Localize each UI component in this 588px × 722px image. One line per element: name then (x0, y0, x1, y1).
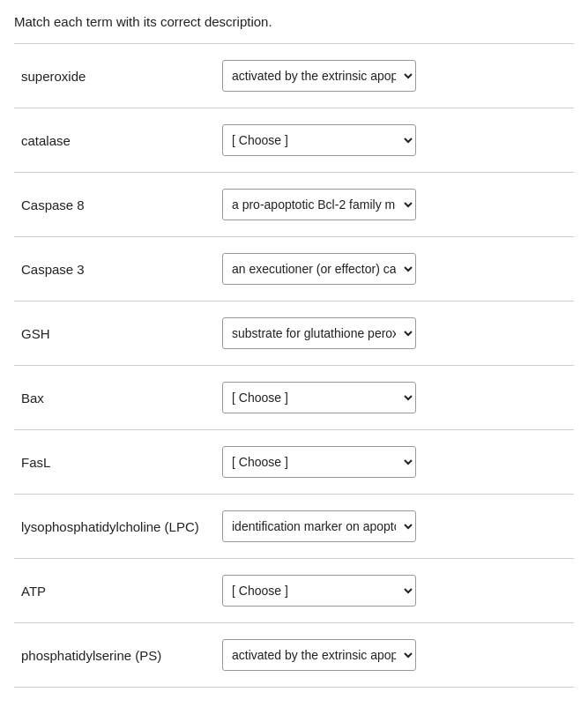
select-lpc[interactable]: [ Choose ]activated by the extrinsic apo… (222, 510, 416, 542)
term-label-bax: Bax (14, 391, 208, 406)
select-fasl[interactable]: [ Choose ]activated by the extrinsic apo… (222, 446, 416, 478)
select-bax[interactable]: [ Choose ]activated by the extrinsic apo… (222, 382, 416, 413)
match-row-ps: phosphatidylserine (PS)[ Choose ]activat… (14, 623, 574, 688)
match-row-catalase: catalase[ Choose ]activated by the extri… (14, 108, 574, 173)
select-atp[interactable]: [ Choose ]activated by the extrinsic apo… (222, 575, 416, 607)
select-gsh[interactable]: [ Choose ]activated by the extrinsic apo… (222, 317, 416, 349)
page-container: Match each term with its correct descrip… (0, 0, 588, 688)
term-label-atp: ATP (14, 584, 208, 599)
select-caspase8[interactable]: [ Choose ]activated by the extrinsic apo… (222, 189, 416, 220)
match-row-fasl: FasL[ Choose ]activated by the extrinsic… (14, 430, 574, 495)
select-superoxide[interactable]: [ Choose ]activated by the extrinsic apo… (222, 60, 416, 92)
term-label-caspase3: Caspase 3 (14, 262, 208, 277)
term-label-ps: phosphatidylserine (PS) (14, 648, 208, 663)
match-row-superoxide: superoxide[ Choose ]activated by the ext… (14, 44, 574, 108)
term-label-caspase8: Caspase 8 (14, 197, 208, 212)
match-row-gsh: GSH[ Choose ]activated by the extrinsic … (14, 301, 574, 366)
match-row-atp: ATP[ Choose ]activated by the extrinsic … (14, 559, 574, 623)
instructions: Match each term with its correct descrip… (14, 14, 574, 44)
match-row-caspase8: Caspase 8[ Choose ]activated by the extr… (14, 173, 574, 237)
rows-container: superoxide[ Choose ]activated by the ext… (14, 44, 574, 688)
term-label-gsh: GSH (14, 326, 208, 341)
select-caspase3[interactable]: [ Choose ]activated by the extrinsic apo… (222, 253, 416, 285)
term-label-superoxide: superoxide (14, 69, 208, 84)
term-label-lpc: lysophosphatidylcholine (LPC) (14, 519, 208, 534)
term-label-fasl: FasL (14, 455, 208, 470)
select-ps[interactable]: [ Choose ]activated by the extrinsic apo… (222, 639, 416, 671)
select-catalase[interactable]: [ Choose ]activated by the extrinsic apo… (222, 124, 416, 156)
match-row-caspase3: Caspase 3[ Choose ]activated by the extr… (14, 237, 574, 301)
match-row-bax: Bax[ Choose ]activated by the extrinsic … (14, 366, 574, 430)
term-label-catalase: catalase (14, 133, 208, 148)
match-row-lpc: lysophosphatidylcholine (LPC)[ Choose ]a… (14, 495, 574, 559)
